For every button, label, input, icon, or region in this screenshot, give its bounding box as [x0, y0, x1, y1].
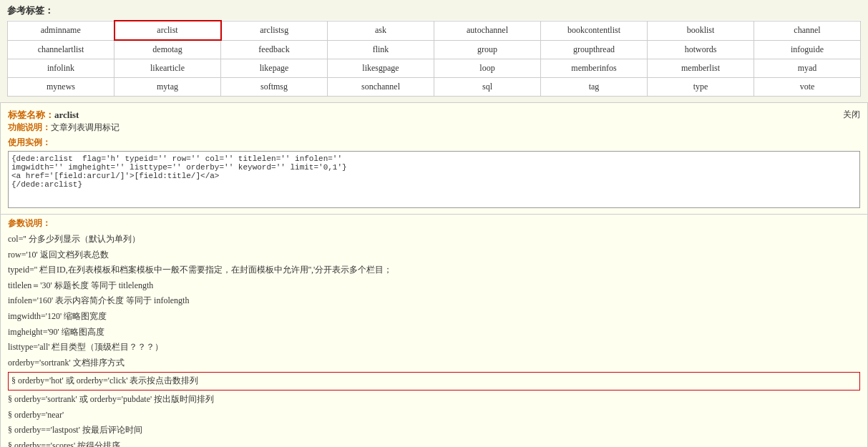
param-line: orderby='sortrank' 文档排序方式: [8, 355, 860, 371]
tag-cell[interactable]: group: [434, 40, 541, 59]
tag-cell[interactable]: channel: [754, 21, 861, 40]
tag-cell[interactable]: flink: [328, 40, 434, 59]
tag-cell[interactable]: infolink: [8, 59, 114, 78]
tag-cell[interactable]: likesgpage: [328, 59, 434, 78]
ref-tags-section: 参考标签： adminnamearclistarclistsgaskautoch…: [0, 0, 868, 97]
param-line: listtype='all' 栏目类型（顶级栏目？？？）: [8, 340, 860, 355]
param-line: § orderby='sortrank' 或 orderby='pubdate'…: [8, 392, 860, 408]
tag-cell[interactable]: mytag: [114, 78, 221, 97]
param-line: typeid='' 栏目ID,在列表模板和档案模板中一般不需要指定，在封面模板中…: [8, 262, 860, 278]
tag-cell[interactable]: feedback: [221, 40, 328, 59]
params-content: col='' 分多少列显示（默认为单列）row='10' 返回文档列表总数typ…: [8, 232, 860, 447]
tag-name-line: 标签名称：arclist: [8, 109, 860, 122]
tag-name-value: arclist: [54, 109, 79, 120]
tag-cell[interactable]: likepage: [221, 59, 328, 78]
params-label: 参数说明：: [8, 215, 860, 230]
page-wrapper: 参考标签： adminnamearclistarclistsgaskautoch…: [0, 0, 868, 447]
tag-cell[interactable]: sonchannel: [328, 78, 434, 97]
tag-cell[interactable]: arclist: [114, 21, 221, 40]
tag-cell[interactable]: loop: [434, 59, 541, 78]
tag-cell[interactable]: vote: [754, 78, 861, 97]
tag-cell[interactable]: mynews: [8, 78, 114, 97]
tag-cell[interactable]: demotag: [114, 40, 221, 59]
param-line: § orderby=='lastpost' 按最后评论时间: [8, 423, 860, 438]
tag-name-label: 标签名称：: [8, 109, 54, 120]
tag-cell[interactable]: memberlist: [648, 59, 754, 78]
tag-cell[interactable]: channelartlist: [8, 40, 114, 59]
tag-cell[interactable]: ask: [328, 21, 434, 40]
tags-table: adminnamearclistarclistsgaskautochannelb…: [7, 20, 861, 97]
param-line: § orderby='hot' 或 orderby='click' 表示按点击数…: [8, 372, 860, 390]
highlighted-param: § orderby='hot' 或 orderby='click' 表示按点击数…: [8, 372, 860, 390]
close-button[interactable]: 关闭: [843, 109, 860, 121]
param-line: titlelen＝'30' 标题长度 等同于 titlelength: [8, 278, 860, 294]
tag-cell[interactable]: infoguide: [754, 40, 861, 59]
ref-tags-label: 参考标签：: [7, 4, 861, 17]
tag-cell[interactable]: myad: [754, 59, 861, 78]
tag-cell[interactable]: adminname: [8, 21, 114, 40]
func-line: 功能说明：文章列表调用标记: [8, 122, 860, 134]
func-value: 文章列表调用标记: [51, 122, 120, 132]
tag-cell[interactable]: likearticle: [114, 59, 221, 78]
tag-cell[interactable]: softmsg: [221, 78, 328, 97]
param-line: row='10' 返回文档列表总数: [8, 247, 860, 263]
param-line: infolen='160' 表示内容简介长度 等同于 infolength: [8, 293, 860, 309]
tag-cell[interactable]: arclistsg: [221, 21, 328, 40]
detail-section: 关闭 标签名称：arclist 功能说明：文章列表调用标记 使用实例：: [0, 102, 868, 215]
tag-cell[interactable]: groupthread: [541, 40, 648, 59]
code-textarea[interactable]: [8, 151, 860, 208]
param-line: § orderby=='scores' 按得分排序: [8, 438, 860, 447]
tag-cell[interactable]: sql: [434, 78, 541, 97]
tag-cell[interactable]: booklist: [648, 21, 754, 40]
param-line: col='' 分多少列显示（默认为单列）: [8, 232, 860, 247]
tag-cell[interactable]: autochannel: [434, 21, 541, 40]
tag-cell[interactable]: hotwords: [648, 40, 754, 59]
func-label: 功能说明：: [8, 122, 51, 132]
detail-header: 标签名称：arclist 功能说明：文章列表调用标记: [8, 109, 860, 134]
tag-cell[interactable]: type: [648, 78, 754, 97]
tag-cell[interactable]: bookcontentlist: [541, 21, 648, 40]
param-line: § orderby='near': [8, 408, 860, 423]
param-line: imgheight='90' 缩略图高度: [8, 325, 860, 340]
params-section: 参数说明： col='' 分多少列显示（默认为单列）row='10' 返回文档列…: [0, 215, 868, 447]
param-line: imgwidth='120' 缩略图宽度: [8, 309, 860, 325]
tag-cell[interactable]: memberinfos: [541, 59, 648, 78]
usage-label: 使用实例：: [8, 137, 860, 149]
tag-cell[interactable]: tag: [541, 78, 648, 97]
